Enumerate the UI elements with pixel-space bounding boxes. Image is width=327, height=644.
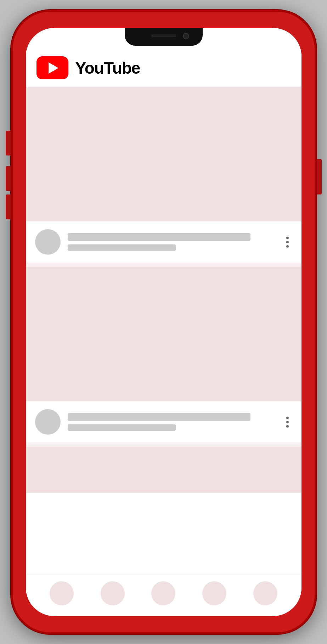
- separator-2: [26, 442, 301, 447]
- more-dot: [286, 425, 289, 428]
- nav-upload-icon[interactable]: [151, 581, 175, 605]
- video-info-row-1: [26, 221, 301, 262]
- more-dot: [286, 421, 289, 423]
- video-title-bar-2: [68, 413, 251, 421]
- app-title: YouTube: [75, 58, 140, 78]
- video-meta-bar-1: [68, 244, 176, 251]
- video-text-1: [68, 233, 276, 251]
- video-info-row-2: [26, 401, 301, 442]
- phone-screen: YouTube: [26, 28, 301, 616]
- nav-home-icon[interactable]: [50, 581, 74, 605]
- more-dot: [286, 417, 289, 419]
- phone-notch: [125, 28, 203, 46]
- bottom-nav: [26, 574, 301, 616]
- front-camera: [183, 33, 189, 39]
- play-icon: [49, 62, 58, 74]
- channel-avatar-2[interactable]: [35, 409, 61, 435]
- youtube-logo: [36, 56, 68, 79]
- channel-avatar-1[interactable]: [35, 229, 61, 255]
- nav-explore-icon[interactable]: [101, 581, 125, 605]
- separator-1: [26, 262, 301, 267]
- screen-content: YouTube: [26, 28, 301, 616]
- more-dot: [286, 237, 289, 239]
- app-header: YouTube: [26, 49, 301, 87]
- video-thumbnail-3[interactable]: [26, 447, 301, 493]
- phone-device: YouTube: [11, 10, 316, 634]
- more-dot: [286, 245, 289, 248]
- feed[interactable]: [26, 87, 301, 574]
- nav-subscriptions-icon[interactable]: [202, 581, 226, 605]
- video-thumbnail-2[interactable]: [26, 267, 301, 401]
- phone-wrapper: YouTube: [0, 0, 327, 644]
- video-meta-bar-2: [68, 424, 176, 431]
- nav-library-icon[interactable]: [253, 581, 277, 605]
- video-thumbnail-1[interactable]: [26, 87, 301, 221]
- more-options-2[interactable]: [283, 413, 292, 431]
- speaker: [151, 34, 176, 37]
- video-title-bar-1: [68, 233, 251, 241]
- more-dot: [286, 241, 289, 243]
- video-text-2: [68, 413, 276, 431]
- more-options-1[interactable]: [283, 233, 292, 251]
